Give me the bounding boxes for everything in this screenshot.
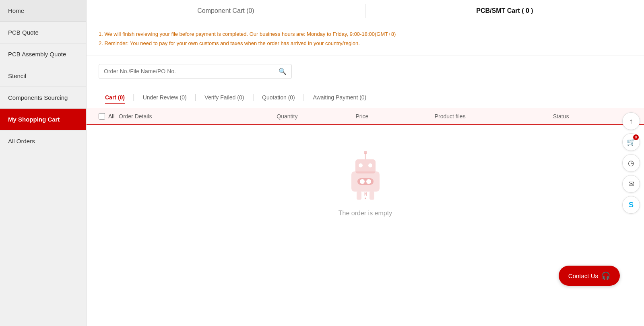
cart-badge: 0 — [633, 134, 639, 140]
sidebar-item-home[interactable]: Home — [0, 0, 86, 22]
col-product-files: Product files — [435, 113, 553, 120]
scroll-top-button[interactable]: ↑ — [622, 112, 640, 130]
empty-text: The order is empty — [339, 210, 392, 217]
empty-state: N The order is empty — [87, 125, 644, 241]
skype-icon: S — [629, 201, 634, 209]
notice-line2: 2. Reminder: You need to pay for your ow… — [99, 39, 632, 48]
float-actions: ↑ 🛒 0 ◷ ✉ S — [622, 112, 640, 214]
notice-line1: 1. We will finish reviewing your file be… — [99, 29, 632, 39]
svg-point-12 — [365, 198, 366, 199]
skype-float-button[interactable]: S — [622, 196, 640, 214]
select-all-checkbox[interactable] — [99, 113, 105, 120]
sidebar-item-pcb-assembly-quote[interactable]: PCB Assembly Quote — [0, 43, 86, 65]
svg-rect-7 — [369, 192, 374, 200]
headset-icon: 🎧 — [601, 271, 610, 280]
svg-point-2 — [359, 163, 363, 167]
search-input[interactable] — [104, 68, 279, 74]
sidebar-item-all-orders[interactable]: All Orders — [0, 130, 86, 152]
search-icon[interactable]: 🔍 — [279, 68, 287, 75]
svg-text:N: N — [364, 192, 367, 196]
tab-sep-2: | — [193, 93, 198, 101]
col-price: Price — [355, 113, 434, 120]
notice-area: 1. We will finish reviewing your file be… — [87, 22, 644, 56]
sidebar-item-my-shopping-cart[interactable]: My Shopping Cart — [0, 109, 86, 130]
tab-cart[interactable]: Cart (0) — [99, 91, 131, 104]
sidebar-item-stencil[interactable]: Stencil — [0, 65, 86, 87]
table-header: All Order Details Quantity Price Product… — [87, 108, 644, 125]
up-arrow-icon: ↑ — [630, 117, 633, 126]
contact-us-button[interactable]: Contact Us 🎧 — [559, 266, 620, 286]
col-order-details: Order Details — [119, 113, 277, 120]
component-cart-tab[interactable]: Component Cart (0) — [87, 0, 365, 22]
svg-point-3 — [368, 163, 372, 167]
empty-robot-illustration: N — [341, 149, 390, 198]
sidebar-item-pcb-quote[interactable]: PCB Quote — [0, 22, 86, 43]
tab-sep-3: | — [250, 93, 256, 101]
svg-rect-6 — [357, 192, 361, 200]
sidebar: Home PCB Quote PCB Assembly Quote Stenci… — [0, 0, 87, 326]
history-float-button[interactable]: ◷ — [622, 154, 640, 172]
email-icon: ✉ — [628, 180, 634, 188]
history-icon: ◷ — [628, 159, 634, 167]
tab-sep-4: | — [301, 93, 307, 101]
sidebar-item-components-sourcing[interactable]: Components Sourcing — [0, 87, 86, 109]
table-checkbox-all[interactable]: All — [99, 113, 119, 120]
svg-point-9 — [360, 179, 365, 184]
pcbsmt-cart-tab[interactable]: PCB/SMT Cart ( 0 ) — [365, 0, 644, 22]
search-box: 🔍 — [99, 64, 292, 79]
cart-float-button[interactable]: 🛒 0 — [622, 133, 640, 151]
svg-point-5 — [364, 151, 367, 154]
svg-point-10 — [366, 179, 371, 184]
sub-tabs: Cart (0) | Under Review (0) | Verify Fai… — [87, 87, 644, 108]
svg-rect-1 — [355, 159, 376, 173]
tab-sep-1: | — [131, 93, 136, 101]
col-quantity: Quantity — [277, 113, 355, 120]
tab-verify-failed[interactable]: Verify Failed (0) — [198, 91, 250, 104]
col-status: Status — [553, 113, 632, 120]
cart-header: Component Cart (0) PCB/SMT Cart ( 0 ) — [87, 0, 644, 22]
tab-under-review[interactable]: Under Review (0) — [136, 91, 193, 104]
tab-quotation[interactable]: Quotation (0) — [256, 91, 301, 104]
tab-awaiting-payment[interactable]: Awaiting Payment (0) — [306, 91, 373, 104]
contact-us-label: Contact Us — [568, 272, 598, 279]
email-float-button[interactable]: ✉ — [622, 175, 640, 193]
search-area: 🔍 — [87, 56, 644, 87]
